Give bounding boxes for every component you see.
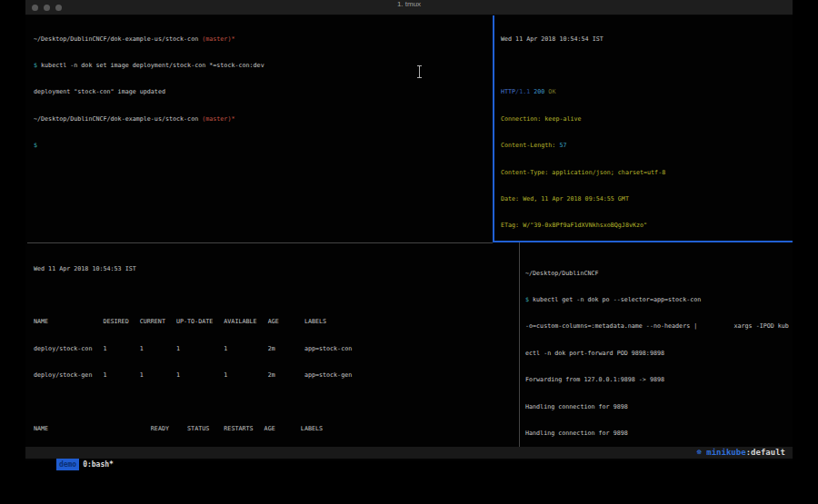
kube-namespace: :default: [746, 448, 785, 457]
deployment-row: deploy/stock-gen11112mapp=stock-gen: [34, 371, 519, 380]
command-output: deployment "stock-con" image updated: [34, 88, 493, 97]
col-header: LABELS: [304, 318, 326, 327]
forwarding-line: Forwarding from 127.0.0.1:9898 -> 9898: [525, 376, 793, 385]
http-header: ETag: W/"39-0xBPf9aF1dXVNkhsxoBQgJ8vKzo": [501, 222, 793, 231]
header-name: Content-Type:: [501, 169, 548, 176]
col-header: AVAILABLE: [224, 318, 267, 327]
header-name: ETag:: [501, 222, 519, 229]
cell: 1: [176, 345, 224, 354]
git-dirty-flag: *: [231, 35, 234, 43]
header-value: Wed, 11 Apr 2018 09:54:55 GMT: [519, 195, 629, 203]
col-header: LABELS: [301, 425, 323, 434]
traffic-lights: [32, 5, 62, 11]
http-header: Date: Wed, 11 Apr 2018 09:54:55 GMT: [501, 195, 793, 204]
col-header: NAME: [34, 425, 151, 434]
pane-border-vertical-active: [493, 15, 494, 242]
git-branch: (master): [198, 35, 231, 43]
http-header: Content-Length: 57: [501, 142, 793, 151]
timestamp: Wed 11 Apr 2018 10:54:54 IST: [501, 35, 793, 44]
command-wrap-line: ectl -n dok port-forward POD 9898:9898: [525, 350, 793, 359]
cell: 2m: [268, 345, 304, 354]
terminal-window: 1. tmux ~/Desktop/DublinCNCF/dok-example…: [25, 0, 793, 460]
window-titlebar: 1. tmux: [25, 0, 793, 15]
header-value: application/json; charset=utf-8: [548, 169, 665, 176]
cell: 1: [103, 345, 139, 354]
prompt-line: ~/Desktop/DublinCNCF/dok-example-us/stoc…: [34, 115, 493, 124]
status-right-kube-context: ☸ minikube:default: [696, 447, 785, 459]
tmux-terminal: ~/Desktop/DublinCNCF/dok-example-us/stoc…: [25, 15, 793, 447]
cell: 1: [224, 345, 267, 354]
command-line: $ kubectl -n dok set image deployment/st…: [34, 62, 493, 71]
log-line: Handling connection for 9898: [525, 430, 793, 439]
empty-prompt: $: [34, 142, 493, 151]
col-header: CURRENT: [140, 318, 176, 327]
pane-bottom-left-kubectl-get[interactable]: Wed 11 Apr 2018 10:54:53 IST NAMEDESIRED…: [25, 243, 519, 447]
command-line: $ kubectl get -n dok po --selector=app=s…: [525, 296, 793, 305]
session-name-badge: demo: [56, 459, 79, 470]
close-button[interactable]: [32, 5, 38, 11]
minimize-button[interactable]: [44, 5, 50, 11]
timestamp: Wed 11 Apr 2018 10:54:53 IST: [34, 265, 519, 274]
pane-border-horizontal-active: [493, 241, 793, 242]
window-title: 1. tmux: [25, 0, 793, 8]
pane-bottom-right-port-forward[interactable]: ~/Desktop/DublinCNCF $ kubectl get -n do…: [520, 243, 793, 447]
http-status-line: HTTP/1.1 200 OK: [501, 88, 793, 97]
header-value: keep-alive: [541, 115, 581, 123]
pods-header-row: NAMEREADYSTATUSRESTARTSAGELABELS: [34, 425, 519, 434]
col-header: READY: [151, 425, 187, 434]
header-value: W/"39-0xBPf9aF1dXVNkhsxoBQgJ8vKzo": [519, 222, 647, 229]
pane-border-vertical-inactive: [519, 242, 520, 447]
cell: app=stock-con: [304, 345, 352, 354]
http-version: /1.1: [515, 88, 534, 95]
prompt-path: ~/Desktop/DublinCNCF/dok-example-us/stoc…: [34, 35, 198, 43]
command-text: kubectl get -n dok po --selector=app=sto…: [529, 296, 701, 303]
cell: deploy/stock-con: [34, 345, 103, 354]
command-text: kubectl -n dok set image deployment/stoc…: [37, 62, 264, 69]
prompt-path: ~/Desktop/DublinCNCF/dok-example-us/stoc…: [34, 115, 198, 123]
cell: deploy/stock-gen: [34, 371, 103, 380]
cell: 1: [224, 371, 267, 380]
log-line: Handling connection for 9898: [525, 403, 793, 412]
git-dirty-flag: *: [231, 115, 234, 123]
http-header: Content-Type: application/json; charset=…: [501, 169, 793, 178]
col-header: NAME: [34, 318, 103, 327]
col-header: UP-TO-DATE: [176, 318, 224, 327]
desktop: 1. tmux ~/Desktop/DublinCNCF/dok-example…: [0, 0, 818, 504]
window-tab-bash[interactable]: 0:bash*: [79, 460, 114, 469]
cell: 1: [140, 345, 176, 354]
command-wrap-line: -o=custom-columns=:metadata.name --no-he…: [525, 322, 793, 331]
pane-top-left-shell[interactable]: ~/Desktop/DublinCNCF/dok-example-us/stoc…: [25, 15, 493, 241]
cell: app=stock-gen: [304, 371, 352, 380]
header-name: Connection:: [501, 115, 541, 123]
zoom-button[interactable]: [55, 5, 62, 11]
mouse-ibeam-cursor: [416, 65, 423, 78]
cell: 2m: [268, 371, 304, 380]
tmux-status-bar: demo0:bash* ☸ minikube:default: [25, 447, 793, 459]
cell: 1: [103, 371, 139, 380]
col-header: AGE: [268, 318, 304, 327]
kube-context-name: minikube: [706, 448, 745, 457]
http-proto: HTTP: [501, 88, 515, 95]
pane-top-right-http-response[interactable]: Wed 11 Apr 2018 10:54:54 IST HTTP/1.1 20…: [494, 15, 793, 241]
col-header: STATUS: [187, 425, 224, 434]
deployment-row: deploy/stock-con11112mapp=stock-con: [34, 345, 519, 354]
header-name: Date:: [501, 195, 519, 203]
cwd-line: ~/Desktop/DublinCNCF: [525, 270, 793, 279]
header-value: 57: [555, 142, 566, 149]
col-header: AGE: [264, 425, 301, 434]
col-header: RESTARTS: [224, 425, 264, 434]
http-status-code: 200: [534, 88, 548, 95]
col-header: DESIRED: [103, 318, 139, 327]
deployments-header-row: NAMEDESIREDCURRENTUP-TO-DATEAVAILABLEAGE…: [34, 318, 519, 327]
prompt-dollar: $: [34, 142, 37, 149]
http-header: Connection: keep-alive: [501, 115, 793, 124]
prompt-line: ~/Desktop/DublinCNCF/dok-example-us/stoc…: [34, 35, 493, 44]
git-branch: (master): [198, 115, 231, 123]
cell: 1: [140, 371, 176, 380]
pane-border-horizontal-inactive: [27, 242, 493, 243]
cell: 1: [176, 371, 224, 380]
http-reason: OK: [548, 88, 555, 95]
header-name: Content-Length:: [501, 142, 555, 149]
